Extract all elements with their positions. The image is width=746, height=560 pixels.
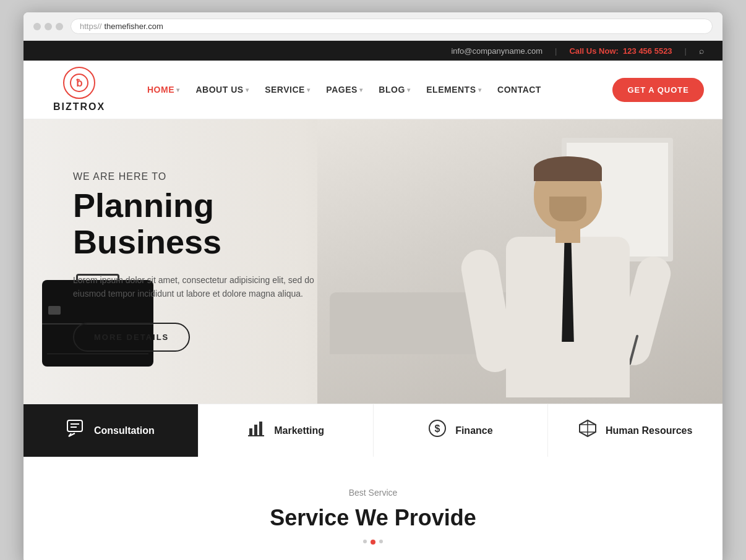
nav-pages[interactable]: PAGES ▾ [320,81,369,98]
service-finance[interactable]: $ Finance [374,404,549,457]
divider-1: | [555,46,557,56]
chevron-down-icon: ▾ [478,87,482,93]
person-head [534,156,602,231]
dot-decoration-2 [371,540,375,545]
service-marketing[interactable]: Marketting [199,404,374,457]
header: ƀ BIZTROX HOME ▾ ABOUT US ▾ SERVICE ▾ PA… [24,61,722,119]
svg-rect-11 [254,425,257,436]
service-consultation[interactable]: Consultation [24,404,199,457]
person-shirt [506,237,630,397]
dot-decoration-1 [363,540,367,543]
title-decoration [42,540,704,545]
call-label: Call Us Now: 123 456 5523 [569,46,672,56]
phone-number: 123 456 5523 [623,46,672,56]
hero-description: Lorem ipsum dolor sit amet, consectetur … [73,273,333,301]
person-hair [534,156,602,181]
services-section: Best Service Service We Provide [24,457,722,560]
hero-section: WE ARE HERE TO Planning Business Lorem i… [24,119,722,404]
svg-text:$: $ [435,423,440,434]
chevron-down-icon: ▾ [176,87,180,93]
service-label-consultation: Consultation [94,425,155,436]
section-title: Service We Provide [42,505,704,531]
svg-text:ƀ: ƀ [76,78,82,88]
nav-contact[interactable]: CONTACT [491,81,547,98]
browser-bar: https// themefisher.com [24,12,722,41]
svg-rect-6 [67,420,82,431]
dollar-icon: $ [428,419,447,442]
logo-icon: ƀ [63,67,95,99]
dot-red [33,23,41,30]
divider-2: | [685,46,687,56]
browser-dots [33,23,63,30]
logo-svg: ƀ [69,73,89,93]
dot-yellow [45,23,52,30]
box-icon [578,419,597,442]
suitcase-zipper [47,354,148,354]
nav-home[interactable]: HOME ▾ [141,81,186,98]
main-nav: HOME ▾ ABOUT US ▾ SERVICE ▾ PAGES ▾ BLOG… [141,81,600,98]
service-label-hr: Human Resources [606,425,693,436]
chevron-down-icon: ▾ [359,87,363,93]
chevron-down-icon: ▾ [246,87,249,93]
person-tie [559,243,577,342]
hero-content: WE ARE HERE TO Planning Business Lorem i… [24,171,370,352]
get-quote-button[interactable]: GET A QUOTE [612,78,704,102]
svg-rect-12 [259,422,262,436]
nav-elements[interactable]: ELEMENTS ▾ [420,81,487,98]
service-label-marketing: Marketting [274,425,324,436]
top-bar: info@companyname.com | Call Us Now: 123 … [184,41,722,61]
person-beard [549,197,586,221]
section-subtitle: Best Service [42,488,704,498]
dot-decoration-3 [379,540,383,543]
hero-image-area [317,119,722,404]
chart-icon [247,420,265,441]
browser-url-bar[interactable]: https// themefisher.com [71,19,713,34]
person-figure [450,132,685,404]
service-label-finance: Finance [455,425,492,436]
contact-email: info@companyname.com [451,46,542,56]
dot-green [56,23,63,30]
nav-about[interactable]: ABOUT US ▾ [190,81,255,98]
url-protocol: https// [80,22,101,31]
service-hr[interactable]: Human Resources [548,404,722,457]
url-domain: themefisher.com [104,22,163,31]
svg-rect-10 [249,428,252,436]
browser-window: https// themefisher.com info@companyname… [24,12,722,560]
hero-title: Planning Business [73,187,370,261]
top-bar-wrapper: info@companyname.com | Call Us Now: 123 … [24,41,722,61]
chevron-down-icon: ▾ [307,87,311,93]
logo-text: BIZTROX [53,101,105,112]
logo-area: ƀ BIZTROX [42,67,116,112]
hero-tagline: WE ARE HERE TO [73,171,370,182]
chevron-down-icon: ▾ [407,87,411,93]
nav-blog[interactable]: BLOG ▾ [372,81,416,98]
chat-icon [67,420,85,441]
service-bar: Consultation Marketting $ Fin [24,404,722,457]
top-bar-spacer [24,41,184,61]
nav-service[interactable]: SERVICE ▾ [259,81,316,98]
more-details-button[interactable]: MORE DETAILS [73,323,190,352]
search-icon[interactable]: ⌕ [699,46,704,56]
